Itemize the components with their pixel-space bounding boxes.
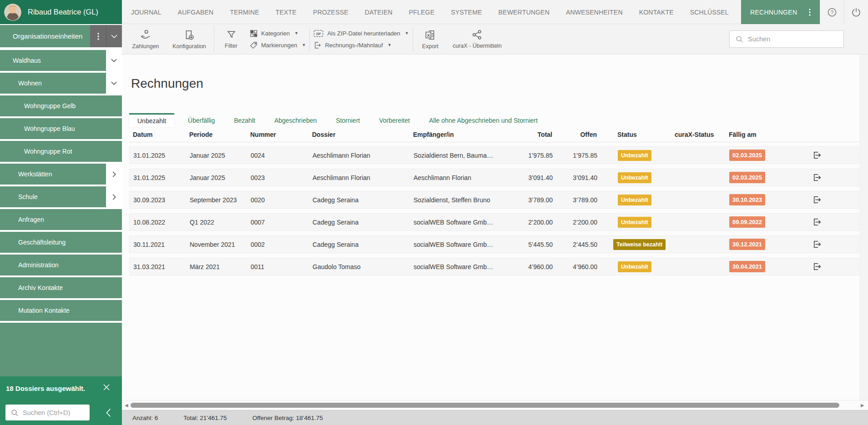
tab-ueberfaellig[interactable]: Überfällig (182, 113, 220, 127)
cell-status: Unbezahlt (598, 261, 671, 272)
open-invoice-icon[interactable] (812, 150, 822, 160)
sidebar-collapse-icon[interactable] (106, 408, 111, 417)
table-row[interactable]: 30.09.2023 September 2023 0020 Cadegg Se… (129, 191, 859, 209)
sidebar-kebab-button[interactable] (90, 25, 106, 47)
chevron-down-icon: ▼ (302, 43, 306, 47)
markierungen-button[interactable]: Markierungen ▼ (250, 41, 306, 49)
sidebar-item-werkstaetten[interactable]: Werkstätten (0, 164, 122, 185)
table-row[interactable]: 10.08.2022 Q1 2022 0007 Cadegg Seraina s… (129, 213, 859, 231)
zahlungen-label: Zahlungen (132, 43, 159, 50)
open-invoice-icon[interactable] (812, 217, 822, 227)
nav-item-pflege[interactable]: PFLEGE (409, 9, 434, 16)
mahnlauf-button[interactable]: Rechnungs-/Mahnlauf ▼ (313, 41, 409, 49)
due-date-badge: 30.04.2021 (729, 261, 765, 272)
tab-unbezahlt[interactable]: Unbezahlt (129, 113, 174, 127)
cell-periode: September 2023 (186, 196, 247, 204)
chevron-right-icon[interactable] (106, 186, 122, 207)
scroll-right-arrow[interactable]: ▶ (861, 402, 864, 409)
sidebar-item-wohngruppe-blau[interactable]: Wohngruppe Blau (0, 118, 122, 139)
kategorien-button[interactable]: Kategorien ▼ (250, 30, 306, 37)
cell-total: 2’200.00 (496, 219, 553, 226)
cell-faellig: 30.10.2023 (726, 194, 794, 205)
cell-nummer: 0024 (247, 152, 309, 159)
page-title: Rechnungen (131, 76, 203, 91)
logout-button[interactable] (844, 0, 868, 24)
nav-item-termine[interactable]: TERMINE (230, 9, 259, 16)
chevron-down-icon[interactable] (106, 73, 122, 94)
col-status: Status (597, 131, 671, 138)
user-menu[interactable]: Ribaud Beatrice (GL) (0, 0, 122, 24)
tab-bezahlt[interactable]: Bezahlt (228, 113, 261, 127)
nav-item-systeme[interactable]: SYSTEME (451, 9, 482, 16)
cell-datum: 30.09.2023 (130, 196, 186, 204)
konfiguration-button[interactable]: Konfiguration (168, 29, 210, 50)
excel-icon: X (424, 29, 436, 41)
tab-vorbereitet[interactable]: Vorbereitet (373, 113, 415, 127)
konfiguration-label: Konfiguration (172, 43, 206, 50)
sidebar-item-anfragen[interactable]: Anfragen (0, 209, 122, 230)
nav-item-dateien[interactable]: DATEIEN (365, 9, 393, 16)
filter-button[interactable]: Filter (218, 29, 244, 49)
sidebar-collapse-all-button[interactable] (106, 25, 122, 47)
tab-alle-ohne[interactable]: Alle ohne Abgeschrieben und Storniert (424, 113, 543, 127)
curax-uebermitteln-button[interactable]: curaX - Übermitteln (447, 29, 508, 49)
sidebar-item-wohngruppe-rot[interactable]: Wohngruppe Rot (0, 141, 122, 162)
table-row[interactable]: 31.01.2025 Januar 2025 0024 Aeschlimann … (129, 146, 859, 164)
sidebar-item-label: Wohnen (18, 80, 42, 87)
scroll-left-arrow[interactable]: ◀ (125, 402, 128, 409)
sidebar-item-wohngruppe-gelb[interactable]: Wohngruppe Gelb (0, 95, 122, 116)
nav-item-schluessel[interactable]: SCHLÜSSEL (690, 9, 729, 16)
cell-dossier: Aeschlimann Florian (309, 152, 410, 159)
sidebar-item-label: Waldhaus (13, 57, 41, 64)
toolbar: Zahlungen Konfiguration Filter (122, 24, 868, 55)
nav-item-rechnungen-active[interactable]: RECHNUNGEN (741, 0, 820, 24)
zip-download-button[interactable]: ZIP Als ZIP-Datei herunterladen ▼ (313, 30, 409, 37)
nav-item-anwesenheiten[interactable]: ANWESENHEITEN (566, 9, 623, 16)
sidebar-item-waldhaus[interactable]: Waldhaus (0, 50, 122, 71)
table-row[interactable]: 30.11.2021 November 2021 0002 Cadegg Ser… (129, 235, 859, 253)
help-button[interactable]: ? (820, 0, 844, 24)
sidebar-item-schule[interactable]: Schule (0, 186, 122, 207)
cell-periode: Januar 2025 (186, 152, 247, 159)
nav-item-prozesse[interactable]: PROZESSE (313, 9, 348, 16)
open-invoice-icon[interactable] (812, 240, 822, 249)
tab-storniert[interactable]: Storniert (330, 113, 365, 127)
sidebar-item-wohnen[interactable]: Wohnen (0, 73, 122, 94)
sidebar-item-administration[interactable]: Administration (0, 255, 122, 275)
close-icon[interactable] (103, 384, 110, 391)
nav-item-texte[interactable]: TEXTE (276, 9, 297, 16)
status-badge: Unbezahlt (618, 217, 651, 228)
chevron-right-icon[interactable] (106, 164, 122, 185)
open-invoice-icon[interactable] (812, 262, 822, 271)
nav-item-aufgaben[interactable]: AUFGABEN (178, 9, 214, 16)
scrollbar-thumb[interactable] (131, 403, 839, 408)
cell-periode: Januar 2025 (186, 174, 247, 181)
cell-status: Unbezahlt (598, 195, 671, 205)
sidebar-item-geschaeftsleitung[interactable]: Geschäftsleitung (0, 232, 122, 253)
table-row[interactable]: 31.01.2025 Januar 2025 0023 Aeschlimann … (129, 169, 859, 186)
toolbar-divider (309, 26, 310, 52)
nav-item-bewertungen[interactable]: BEWERTUNGEN (499, 9, 550, 16)
vertical-scrollbar-track[interactable] (860, 55, 868, 400)
status-badge: Unbezahlt (618, 195, 651, 205)
open-invoice-icon[interactable] (812, 173, 822, 182)
dossier-search-input[interactable] (23, 409, 82, 416)
due-date-badge: 02.03.2025 (729, 150, 765, 161)
cell-offen: 2’445.50 (553, 241, 598, 248)
sidebar-item-mutation-kontakte[interactable]: Mutation Kontakte (0, 300, 122, 321)
chevron-down-icon[interactable] (106, 50, 122, 71)
export-button[interactable]: X Export (417, 29, 444, 50)
cell-status: Unbezahlt (598, 172, 671, 183)
sidebar-item-archiv-kontakte[interactable]: Archiv Kontakte (0, 277, 122, 298)
table-row[interactable]: 31.03.2021 März 2021 0011 Gaudolo Tomaso… (129, 258, 859, 275)
invoice-search-input[interactable] (748, 35, 834, 43)
main-content: Rechnungen Unbezahlt Überfällig Bezahlt … (122, 55, 860, 400)
zahlungen-button[interactable]: Zahlungen (128, 29, 163, 50)
nav-item-kontakte[interactable]: KONTAKTE (639, 9, 674, 16)
open-invoice-icon[interactable] (812, 195, 822, 205)
kebab-menu-icon[interactable] (809, 8, 811, 16)
nav-item-journal[interactable]: JOURNAL (131, 9, 161, 16)
cell-empfaenger: Aeschlimann Florian (410, 174, 496, 181)
cell-nummer: 0011 (247, 263, 309, 270)
tab-abgeschrieben[interactable]: Abgeschrieben (269, 113, 322, 127)
